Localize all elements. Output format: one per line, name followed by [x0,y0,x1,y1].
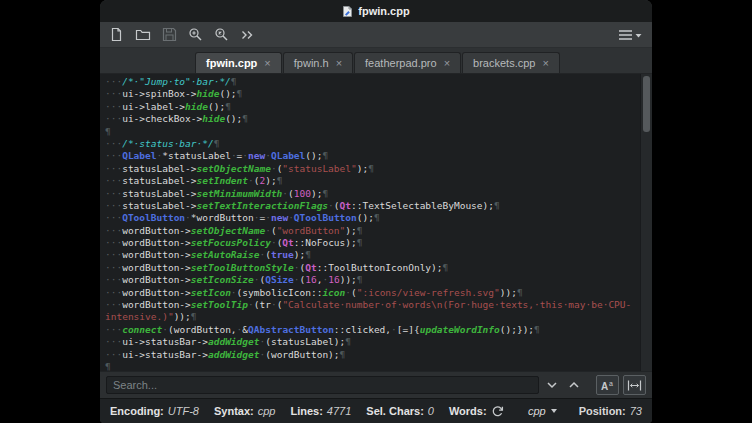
tab-label: brackets.cpp [473,57,535,69]
search-buttons: Aa [543,375,646,395]
status-items: Encoding:UTF-8Syntax:cppLines:4771Sel. C… [110,405,519,418]
refresh-icon[interactable] [491,405,504,418]
match-case-icon: Aa [600,379,615,392]
code-line: ···statusLabel->setObjectName·("statusLa… [105,163,640,175]
toolbar-overflow-button[interactable] [240,28,254,42]
code-line: ¶ [105,361,640,371]
new-file-button[interactable] [109,27,124,42]
code-line: ···QToolButton·*wordButton·=·new·QToolBu… [105,212,640,224]
status-label: Syntax: [214,405,254,417]
whole-word-icon [627,379,642,392]
status-value: UTF-8 [168,405,199,417]
toolbar [100,22,652,48]
code-line: ···statusLabel->setMinimumWidth·(100);¶ [105,188,640,200]
save-icon [162,27,177,42]
tab-fpwin-h[interactable]: fpwin.h× [283,52,353,73]
status-label: Sel. Chars: [366,405,423,417]
tab-close-icon[interactable]: × [444,58,450,68]
search-bar: Aa [100,371,652,398]
status-value: 0 [428,405,434,417]
status-syntax: Syntax:cpp [214,405,276,417]
magnifier-x-icon [214,27,229,42]
find-next-button[interactable] [543,376,561,394]
overflow-icon [240,28,254,42]
status-lines: Lines:4771 [290,405,351,417]
syntax-combo-value: cpp [528,405,546,417]
status-label: Encoding: [110,405,164,417]
status-bar: Encoding:UTF-8Syntax:cppLines:4771Sel. C… [100,398,652,423]
status-value: 4771 [327,405,351,417]
status-label: Words: [449,405,487,417]
code-line: ···wordButton->setAutoRaise·(true);¶ [105,249,640,261]
tab-featherpad-pro[interactable]: featherpad.pro× [354,52,461,73]
code-line: ···QLabel·*statusLabel·=·new·QLabel();¶ [105,150,640,162]
status-words: Words: [449,405,504,418]
status-encoding: Encoding:UTF-8 [110,405,199,417]
code-line: ···ui->label->hide();¶ [105,101,640,113]
code-line: intensive.)"));¶ [105,311,640,323]
code-line: ···ui->checkBox->hide();¶ [105,113,640,125]
position-label: Position: [579,405,626,417]
match-case-button[interactable]: Aa [596,375,619,395]
magnifier-plus-icon [188,27,203,42]
new-file-icon [109,27,124,42]
open-file-icon [135,27,151,42]
desktop: { "window": { "title": "fpwin.cpp" }, "p… [0,0,752,423]
toolbar-buttons [109,27,254,42]
code-line: ···connect·(wordButton,·&QAbstractButton… [105,324,640,336]
zoom-reset-button[interactable] [214,27,229,42]
open-file-button[interactable] [135,27,151,42]
syntax-combo[interactable]: cpp [522,403,563,419]
code-line: ···statusLabel->setTextInteractionFlags·… [105,200,640,212]
tab-close-icon[interactable]: × [264,58,270,68]
cursor-position: Position: 73 [579,405,642,417]
tab-brackets-cpp[interactable]: brackets.cpp× [462,52,560,73]
save-button[interactable] [162,27,177,42]
tab-label: featherpad.pro [365,57,437,69]
code-line: ···statusLabel->setIndent·(2);¶ [105,175,640,187]
status-value: cpp [258,405,276,417]
code-line: ···wordButton->setIconSize·(QSize·(16,·1… [105,274,640,286]
tab-label: fpwin.cpp [206,57,257,69]
code-area[interactable]: ···/*·"Jump·to"·bar·*/¶···ui->spinBox->h… [100,74,640,371]
tab-label: fpwin.h [294,57,329,69]
editor[interactable]: ···/*·"Jump·to"·bar·*/¶···ui->spinBox->h… [100,74,652,371]
code-line: ···ui->statusBar->addWidget·(wordButton)… [105,349,640,361]
search-input[interactable] [106,376,539,394]
code-line: ···/*·status·bar·*/¶ [105,138,640,150]
find-previous-button[interactable] [565,376,583,394]
svg-text:a: a [609,379,613,386]
whole-word-button[interactable] [623,375,646,395]
tab-close-icon[interactable]: × [542,58,548,68]
document-icon [342,5,353,18]
chevron-down-icon [551,409,557,413]
code-line: ···wordButton->setFocusPolicy·(Qt::NoFoc… [105,237,640,249]
status-label: Lines: [290,405,322,417]
vertical-scrollbar[interactable] [640,74,652,371]
status-sel-chars: Sel. Chars:0 [366,405,434,417]
position-value: 73 [630,405,642,417]
chevron-down-icon [545,378,559,392]
zoom-in-button[interactable] [188,27,203,42]
tab-bar: fpwin.cpp×fpwin.h×featherpad.pro×bracket… [100,48,652,74]
menu-button[interactable] [617,28,643,42]
code-line: ···ui->spinBox->hide();¶ [105,88,640,100]
tab-close-icon[interactable]: × [336,58,342,68]
tab-fpwin-cpp[interactable]: fpwin.cpp× [195,52,282,73]
code-line: ···/*·"Jump·to"·bar·*/¶ [105,76,640,88]
svg-text:A: A [601,381,608,392]
code-line: ···wordButton->setToolTip·(tr·("Calculat… [105,299,640,311]
code-line: ···wordButton->setObjectName·("wordButto… [105,225,640,237]
code-line: ¶ [105,126,640,138]
featherpad-window: fpwin.cpp fpwin.cpp×fpwin.h×featherpad.p… [100,0,652,423]
scrollbar-thumb[interactable] [643,76,650,132]
window-title: fpwin.cpp [358,5,409,17]
code-line: ···ui->statusBar->addWidget·(statusLabel… [105,336,640,348]
chevron-up-icon [567,378,581,392]
title-bar[interactable]: fpwin.cpp [100,0,652,22]
code-line: ···wordButton->setToolButtonStyle·(Qt::T… [105,262,640,274]
code-line: ···wordButton->setIcon·(symbolicIcon::ic… [105,287,640,299]
